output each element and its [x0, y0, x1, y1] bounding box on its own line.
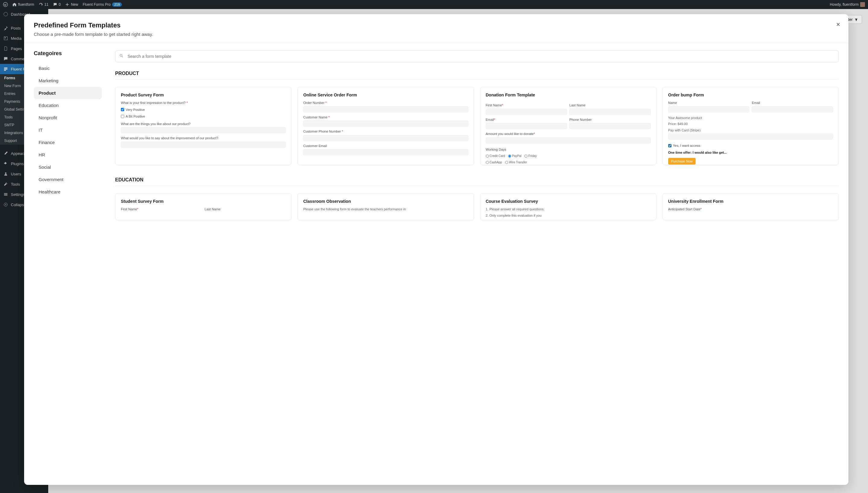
templates-modal: Predefined Form Templates Choose a pre-m…	[24, 14, 848, 24]
plugin-link[interactable]: Fluent Forms Pro219	[83, 2, 122, 7]
comments-link[interactable]: 0	[53, 2, 61, 7]
modal-title: Predefined Form Templates	[34, 21, 839, 24]
site-name[interactable]: fluentform	[13, 2, 34, 7]
wp-logo-icon[interactable]	[3, 2, 8, 7]
updates-link[interactable]: 11	[39, 2, 48, 7]
close-button[interactable]	[834, 20, 842, 24]
close-icon	[836, 22, 841, 24]
new-link[interactable]: New	[65, 2, 78, 7]
avatar	[860, 2, 865, 7]
wp-admin-bar: fluentform 11 0 New Fluent Forms Pro219 …	[0, 0, 868, 9]
howdy-link[interactable]: Howdy, fluentform	[830, 2, 865, 7]
svg-point-0	[3, 2, 7, 7]
modal-header: Predefined Form Templates Choose a pre-m…	[24, 14, 848, 24]
